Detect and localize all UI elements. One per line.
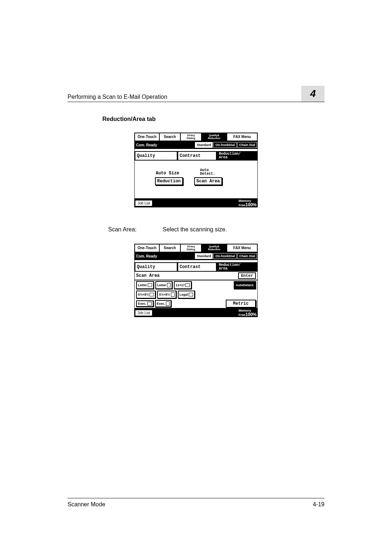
landscape-icon: [148, 283, 152, 287]
tab-fax-menu[interactable]: FAX Menu: [227, 133, 257, 141]
btn-size-legal[interactable]: Legal: [178, 291, 195, 299]
subtab-reduction-area[interactable]: Reduction/ Area: [217, 151, 257, 161]
btn-size-11x17[interactable]: 11×17: [174, 281, 192, 289]
portrait-icon: [167, 283, 171, 287]
btn-size-5x8-landscape[interactable]: 5½×8½: [136, 291, 156, 299]
btn-size-exec-portrait[interactable]: Exec.: [155, 300, 172, 307]
tab-quality-reduction[interactable]: Quality& Reduction: [201, 133, 227, 141]
subtab-contrast[interactable]: Contrast: [177, 151, 217, 161]
landscape-icon: [185, 283, 190, 287]
tab-10key-dialing[interactable]: 10-key Dialing: [180, 133, 201, 141]
status-com-ready: Com. Ready: [136, 254, 195, 258]
tab-one-touch[interactable]: One-Touch: [135, 133, 159, 141]
btn-on-hook-dial[interactable]: On-hookDial: [213, 253, 237, 259]
lcd-screen-scan-area: One-Touch Search 10-key Dialing Quality&…: [134, 244, 258, 317]
landscape-icon: [189, 293, 193, 296]
label-auto-detect: Auto Detect.: [200, 169, 215, 176]
btn-size-letter-portrait[interactable]: Letter: [155, 281, 172, 289]
btn-chain-dial[interactable]: Chain Dial: [237, 142, 257, 148]
footer-left: Scanner Mode: [68, 501, 313, 508]
btn-enter[interactable]: Enter: [238, 272, 256, 279]
label-auto-size: Auto Size: [156, 171, 179, 176]
btn-size-5x8-portrait[interactable]: 5½×8½: [157, 291, 176, 299]
footer-page-number: 4-19: [313, 501, 324, 508]
portrait-icon: [171, 292, 175, 297]
landscape-icon: [150, 293, 154, 296]
btn-size-letter-landscape[interactable]: Letter: [136, 281, 154, 289]
btn-size-auto-detect[interactable]: AutoDetect.: [234, 281, 256, 289]
tab-search[interactable]: Search: [159, 244, 180, 252]
tab-search[interactable]: Search: [159, 133, 180, 141]
status-standard: Standard: [195, 142, 213, 148]
subtab-quality[interactable]: Quality: [135, 262, 177, 272]
status-standard: Standard: [195, 253, 213, 259]
scan-area-description: Scan Area: Select the scanning size.: [108, 226, 324, 233]
btn-chain-dial[interactable]: Chain Dial: [237, 253, 257, 259]
chapter-number: 4: [301, 86, 324, 102]
page-footer: Scanner Mode 4-19: [68, 498, 324, 508]
btn-reduction[interactable]: Reduction: [155, 177, 183, 185]
scan-area-value: Select the scanning size.: [163, 226, 227, 233]
memory-indicator: Memory Free100%: [238, 199, 257, 207]
status-com-ready: Com. Ready: [136, 143, 195, 147]
tab-quality-reduction[interactable]: Quality& Reduction: [201, 244, 227, 252]
btn-scan-area[interactable]: Scan Area: [194, 177, 222, 185]
btn-metric[interactable]: Metric: [226, 300, 256, 308]
btn-job-list[interactable]: Job List: [135, 310, 152, 316]
btn-on-hook-dial[interactable]: On-hookDial: [213, 142, 237, 148]
subtab-quality[interactable]: Quality: [135, 151, 177, 161]
tab-one-touch[interactable]: One-Touch: [135, 244, 159, 252]
landscape-icon: [147, 302, 152, 305]
page-header: Performing a Scan to E-Mail Operation 4: [68, 86, 324, 102]
subtab-reduction-area[interactable]: Reduction/ Area: [217, 262, 257, 272]
lcd-screen-reduction-area: One-Touch Search 10-key Dialing Quality&…: [134, 133, 258, 207]
scan-area-key: Scan Area:: [108, 226, 163, 233]
tab-10key-dialing[interactable]: 10-key Dialing: [180, 244, 201, 252]
portrait-icon: [166, 301, 170, 306]
memory-indicator: Memory Free100%: [238, 309, 257, 317]
header-title: Performing a Scan to E-Mail Operation: [68, 94, 293, 100]
subtab-contrast[interactable]: Contrast: [177, 262, 217, 272]
label-scan-area: Scan Area: [136, 273, 160, 278]
tab-fax-menu[interactable]: FAX Menu: [227, 244, 257, 252]
section-heading: Reduction/Area tab: [102, 116, 324, 122]
btn-size-exec-landscape[interactable]: Exec.: [136, 300, 154, 307]
btn-job-list[interactable]: Job List: [135, 200, 152, 206]
